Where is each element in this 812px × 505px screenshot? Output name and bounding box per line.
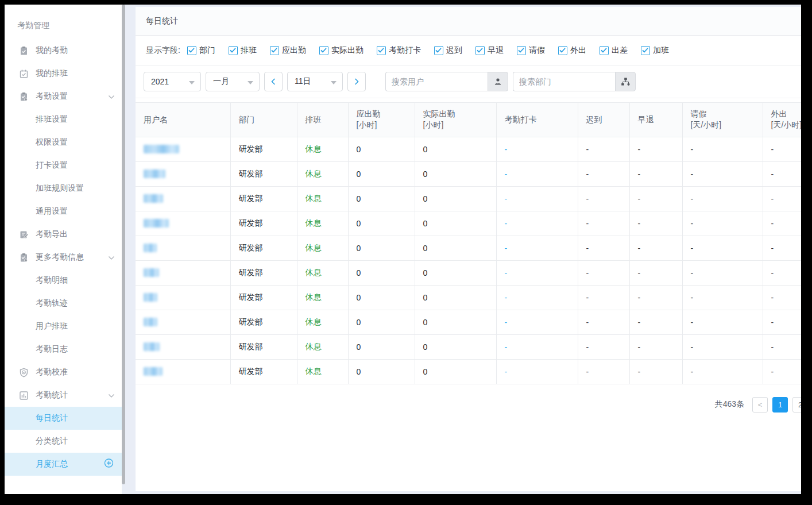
pagination-pages: 12 (772, 397, 801, 413)
field-checkbox-5[interactable]: 迟到 (434, 45, 462, 56)
pagination-prev-button[interactable]: < (752, 397, 768, 413)
pagination-page-1[interactable]: 1 (772, 397, 788, 413)
sidebar-item-14[interactable]: 考勤校准 (5, 361, 122, 384)
cell-expected-hours: 0 (348, 161, 415, 186)
cell-out: - (763, 285, 801, 310)
cell-punch-link[interactable]: - (496, 137, 578, 161)
sidebar-scrollbar[interactable] (122, 5, 125, 484)
cell-punch-link[interactable]: - (496, 310, 578, 334)
document-edit-icon (18, 229, 29, 240)
sidebar-item-label: 考勤明细 (36, 275, 68, 286)
cell-late: - (578, 137, 629, 161)
sidebar-item-label: 我的考勤 (36, 45, 68, 56)
col-header-2: 排班 (297, 103, 348, 137)
sidebar-item-18[interactable]: 月度汇总 (5, 453, 122, 476)
next-day-button[interactable] (347, 72, 366, 91)
sidebar-item-2[interactable]: 考勤设置 (5, 85, 122, 108)
field-checkbox-8[interactable]: 外出 (558, 45, 586, 56)
cell-punch-link[interactable]: - (496, 334, 578, 359)
sidebar-item-label: 分类统计 (36, 436, 68, 446)
cell-punch-link[interactable]: - (496, 260, 578, 285)
cell-leave: - (682, 236, 763, 260)
sidebar-item-16[interactable]: 每日统计 (5, 407, 122, 430)
clipboard-check-icon (18, 45, 29, 56)
search-dept-input[interactable] (513, 72, 615, 91)
cell-actual-hours: 0 (415, 211, 496, 236)
sidebar-item-17[interactable]: 分类统计 (5, 430, 122, 453)
sidebar-item-1[interactable]: 我的排班 (5, 62, 122, 85)
table-row: 研发部休息00----- (136, 334, 801, 359)
field-checkbox-3[interactable]: 实际出勤 (319, 45, 364, 56)
redacted-username (144, 367, 163, 376)
sidebar-item-12[interactable]: 用户排班 (5, 315, 122, 338)
sidebar-item-13[interactable]: 考勤日志 (5, 338, 122, 361)
chevron-down-icon (108, 252, 115, 263)
table-row: 研发部休息00----- (136, 137, 801, 161)
cell-punch-link[interactable]: - (496, 359, 578, 384)
table-row: 研发部休息00----- (136, 260, 801, 285)
cell-actual-hours: 0 (415, 334, 496, 359)
sidebar-item-0[interactable]: 我的考勤 (5, 39, 122, 62)
sidebar-item-label: 考勤校准 (36, 367, 68, 377)
cell-shift: 休息 (297, 285, 348, 310)
cell-early-leave: - (629, 310, 682, 334)
col-header-9: 外出[天/小时] (763, 103, 801, 137)
plus-circle-icon[interactable] (104, 458, 114, 471)
search-dept-button[interactable] (615, 72, 636, 91)
redacted-username (144, 219, 169, 228)
field-checkbox-10[interactable]: 加班 (641, 45, 669, 56)
sidebar-item-4[interactable]: 权限设置 (5, 131, 122, 154)
cell-late: - (578, 260, 629, 285)
sidebar-item-6[interactable]: 加班规则设置 (5, 177, 122, 200)
sidebar-item-5[interactable]: 打卡设置 (5, 154, 122, 177)
sidebar-item-10[interactable]: 考勤明细 (5, 269, 122, 292)
search-user-button[interactable] (488, 72, 508, 91)
table-body: 研发部休息00-----研发部休息00-----研发部休息00-----研发部休… (136, 137, 801, 384)
cell-out: - (763, 211, 801, 236)
cell-expected-hours: 0 (348, 211, 415, 236)
cell-leave: - (682, 137, 763, 161)
cell-punch-link[interactable]: - (496, 161, 578, 186)
sidebar-item-8[interactable]: 考勤导出 (5, 223, 122, 246)
col-header-6: 迟到 (578, 103, 629, 137)
cell-department: 研发部 (230, 285, 297, 310)
checkbox-label: 部门 (199, 45, 215, 56)
sidebar-item-11[interactable]: 考勤轨迹 (5, 292, 122, 315)
cell-username (136, 359, 230, 384)
search-user-input[interactable] (385, 72, 488, 91)
day-select[interactable]: 11日 (287, 72, 343, 91)
field-checkbox-2[interactable]: 应出勤 (270, 45, 306, 56)
cell-punch-link[interactable]: - (496, 285, 578, 310)
pagination-page-2[interactable]: 2 (792, 397, 801, 413)
field-checkbox-0[interactable]: 部门 (187, 45, 215, 56)
month-select[interactable]: 一月 (206, 72, 260, 91)
sidebar-nav: 我的考勤我的排班考勤设置排班设置权限设置打卡设置加班规则设置通用设置考勤导出更多… (5, 39, 122, 476)
field-checkbox-9[interactable]: 出差 (600, 45, 628, 56)
field-checkbox-6[interactable]: 早退 (475, 45, 504, 56)
cell-punch-link[interactable]: - (496, 236, 578, 260)
sidebar-item-label: 考勤日志 (36, 344, 68, 354)
year-select[interactable]: 2021 (144, 72, 201, 91)
sidebar-item-15[interactable]: 考勤统计 (5, 384, 122, 407)
cell-shift: 休息 (297, 137, 348, 161)
cell-late: - (578, 334, 629, 359)
cell-department: 研发部 (230, 186, 297, 211)
cell-out: - (763, 359, 801, 384)
field-checkbox-4[interactable]: 考勤打卡 (377, 45, 421, 56)
prev-day-button[interactable] (264, 72, 283, 91)
cell-punch-link[interactable]: - (496, 186, 578, 211)
field-checkbox-1[interactable]: 排班 (229, 45, 257, 56)
cell-shift: 休息 (297, 310, 348, 334)
cell-punch-link[interactable]: - (496, 211, 578, 236)
col-header-4: 实际出勤[小时] (415, 103, 496, 137)
checkbox-checked-icon (319, 46, 328, 55)
cell-out: - (763, 310, 801, 334)
checkbox-label: 出差 (612, 45, 628, 56)
sidebar-item-7[interactable]: 通用设置 (5, 200, 122, 223)
org-chart-icon (621, 77, 631, 86)
field-checkbox-7[interactable]: 请假 (517, 45, 545, 56)
sidebar-item-3[interactable]: 排班设置 (5, 108, 122, 131)
cell-shift: 休息 (297, 236, 348, 260)
cell-out: - (763, 186, 801, 211)
sidebar-item-9[interactable]: 更多考勤信息 (5, 246, 122, 269)
